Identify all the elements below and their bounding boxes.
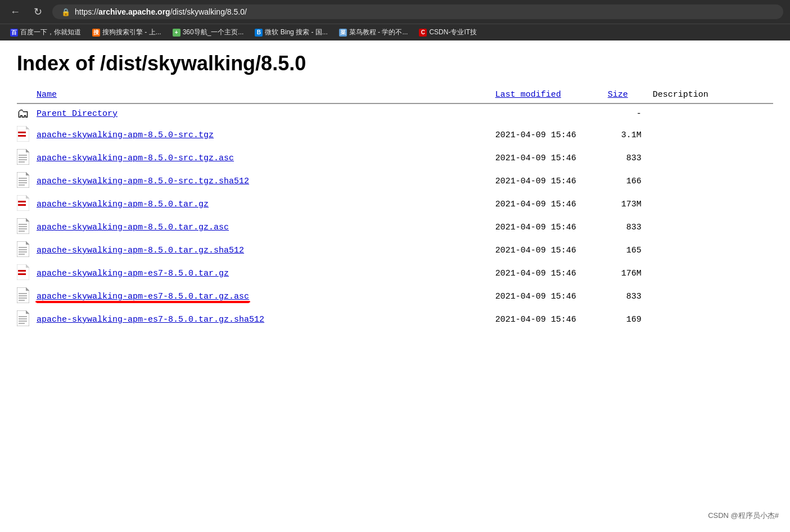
file-modified-cell: 2021-04-09 15:46	[495, 285, 608, 308]
file-desc-cell	[653, 124, 773, 147]
archive-icon	[17, 264, 29, 280]
file-name-cell: apache-skywalking-apm-8.5.0-src.tgz.asc	[37, 147, 495, 170]
doc-icon	[17, 218, 29, 234]
file-icon-cell: 🗂	[17, 103, 37, 124]
file-desc-cell	[653, 170, 773, 193]
file-icon-cell	[17, 285, 37, 308]
bookmark-label-sogou: 搜狗搜索引擎 - 上...	[102, 28, 161, 37]
bookmark-label-csdn: CSDN-专业IT技	[429, 28, 477, 37]
file-modified-cell: 2021-04-09 15:46	[495, 216, 608, 239]
file-link-highlighted[interactable]: apache-skywalking-apm-es7-8.5.0.tar.gz.a…	[37, 292, 249, 301]
archive-icon	[17, 195, 29, 211]
col-icon-header	[17, 87, 37, 103]
file-link[interactable]: apache-skywalking-apm-es7-8.5.0.tar.gz.s…	[37, 315, 264, 324]
file-link[interactable]: apache-skywalking-apm-8.5.0.tar.gz.sha51…	[37, 246, 244, 255]
bookmark-item-sogou[interactable]: 搜搜狗搜索引擎 - 上...	[89, 26, 165, 38]
bookmarks-bar: 百百度一下，你就知道搜搜狗搜索引擎 - 上...+360导航_一个主页...B微…	[0, 24, 790, 40]
file-link[interactable]: apache-skywalking-apm-8.5.0-src.tgz	[37, 130, 214, 140]
file-modified-cell: 2021-04-09 15:46	[495, 147, 608, 170]
lock-icon: 🔒	[61, 8, 70, 16]
file-icon-cell	[17, 124, 37, 147]
file-size-cell: 833	[608, 147, 653, 170]
bookmark-icon-sogou: 搜	[92, 29, 100, 37]
back-button[interactable]: ←	[7, 5, 24, 19]
table-row: apache-skywalking-apm-es7-8.5.0.tar.gz.s…	[17, 308, 773, 331]
bookmark-item-runoob[interactable]: 菜菜鸟教程 - 学的不...	[336, 26, 412, 38]
table-header-row: Name Last modified Size Description	[17, 87, 773, 103]
col-modified-header: Last modified	[495, 87, 608, 103]
table-row: apache-skywalking-apm-es7-8.5.0.tar.gz.a…	[17, 285, 773, 308]
file-icon-cell	[17, 262, 37, 285]
file-size-cell: 165	[608, 239, 653, 262]
svg-rect-2	[18, 132, 26, 133]
doc-icon	[17, 287, 29, 303]
file-table: Name Last modified Size Description 🗂 Pa…	[17, 87, 773, 331]
size-sort-link[interactable]: Size	[608, 90, 628, 100]
file-name-cell: apache-skywalking-apm-es7-8.5.0.tar.gz.s…	[37, 308, 495, 331]
file-desc-cell	[653, 239, 773, 262]
file-modified-cell: 2021-04-09 15:46	[495, 193, 608, 216]
file-link[interactable]: apache-skywalking-apm-es7-8.5.0.tar.gz	[37, 269, 229, 278]
file-modified-cell: 2021-04-09 15:46	[495, 124, 608, 147]
table-row: apache-skywalking-apm-es7-8.5.0.tar.gz 2…	[17, 262, 773, 285]
modified-sort-link[interactable]: Last modified	[495, 90, 561, 100]
file-icon-cell	[17, 216, 37, 239]
name-sort-link[interactable]: Name	[37, 90, 57, 100]
bookmark-icon-runoob: 菜	[339, 29, 347, 37]
svg-rect-18	[18, 201, 26, 202]
svg-rect-34	[18, 270, 26, 272]
page-title: Index of /dist/skywalking/8.5.0	[17, 52, 773, 75]
table-row: 🗂 Parent Directory -	[17, 103, 773, 124]
file-name-cell: apache-skywalking-apm-8.5.0.tar.gz	[37, 193, 495, 216]
file-desc-cell	[653, 308, 773, 331]
parent-dir-link[interactable]: Parent Directory	[37, 109, 118, 119]
reload-button[interactable]: ↻	[30, 4, 46, 19]
file-list: 🗂 Parent Directory - apache-skywalking-a…	[17, 103, 773, 331]
doc-icon	[17, 149, 29, 165]
file-modified-cell: 2021-04-09 15:46	[495, 308, 608, 331]
address-bar[interactable]: 🔒 https://archive.apache.org/dist/skywal…	[52, 4, 783, 19]
file-link[interactable]: apache-skywalking-apm-8.5.0-src.tgz.sha5…	[37, 177, 249, 186]
bookmark-label-baidu: 百度一下，你就知道	[20, 28, 81, 37]
archive-icon	[17, 126, 29, 142]
file-size-cell: 833	[608, 285, 653, 308]
doc-icon	[17, 241, 29, 257]
file-name-cell: Parent Directory	[37, 103, 495, 124]
file-size-cell: 833	[608, 216, 653, 239]
file-desc-cell	[653, 193, 773, 216]
file-size-cell: -	[608, 103, 653, 124]
table-row: apache-skywalking-apm-8.5.0.tar.gz.asc 2…	[17, 216, 773, 239]
col-name-header: Name	[37, 87, 495, 103]
bookmark-icon-csdn: C	[419, 29, 427, 37]
table-row: apache-skywalking-apm-8.5.0.tar.gz 2021-…	[17, 193, 773, 216]
parent-dir-icon: 🗂	[17, 107, 29, 121]
bookmark-item-bing[interactable]: B微软 Bing 搜索 - 国...	[251, 26, 331, 38]
file-size-cell: 3.1M	[608, 124, 653, 147]
doc-icon	[17, 310, 29, 326]
file-icon-cell	[17, 170, 37, 193]
bookmark-label-runoob: 菜鸟教程 - 学的不...	[349, 28, 408, 37]
file-link[interactable]: apache-skywalking-apm-8.5.0.tar.gz.asc	[37, 223, 229, 232]
bookmark-item-baidu[interactable]: 百百度一下，你就知道	[7, 26, 84, 38]
table-row: apache-skywalking-apm-8.5.0-src.tgz.sha5…	[17, 170, 773, 193]
file-modified-cell: 2021-04-09 15:46	[495, 239, 608, 262]
table-row: apache-skywalking-apm-8.5.0.tar.gz.sha51…	[17, 239, 773, 262]
file-size-cell: 173M	[608, 193, 653, 216]
doc-icon	[17, 172, 29, 188]
bookmark-item-csdn[interactable]: CCSDN-专业IT技	[416, 26, 480, 38]
file-icon-cell	[17, 239, 37, 262]
url-text: https://archive.apache.org/dist/skywalki…	[75, 7, 774, 16]
file-modified-cell: 2021-04-09 15:46	[495, 170, 608, 193]
bookmark-icon-360: +	[173, 29, 180, 37]
table-row: apache-skywalking-apm-8.5.0-src.tgz.asc …	[17, 147, 773, 170]
file-modified-cell: 2021-04-09 15:46	[495, 262, 608, 285]
svg-rect-3	[18, 135, 26, 137]
file-name-cell: apache-skywalking-apm-8.5.0.tar.gz.asc	[37, 216, 495, 239]
bookmark-item-360[interactable]: +360导航_一个主页...	[169, 26, 247, 38]
file-icon-cell	[17, 147, 37, 170]
file-desc-cell	[653, 285, 773, 308]
file-link[interactable]: apache-skywalking-apm-8.5.0-src.tgz.asc	[37, 154, 234, 163]
file-desc-cell	[653, 262, 773, 285]
file-size-cell: 169	[608, 308, 653, 331]
file-link[interactable]: apache-skywalking-apm-8.5.0.tar.gz	[37, 200, 209, 209]
